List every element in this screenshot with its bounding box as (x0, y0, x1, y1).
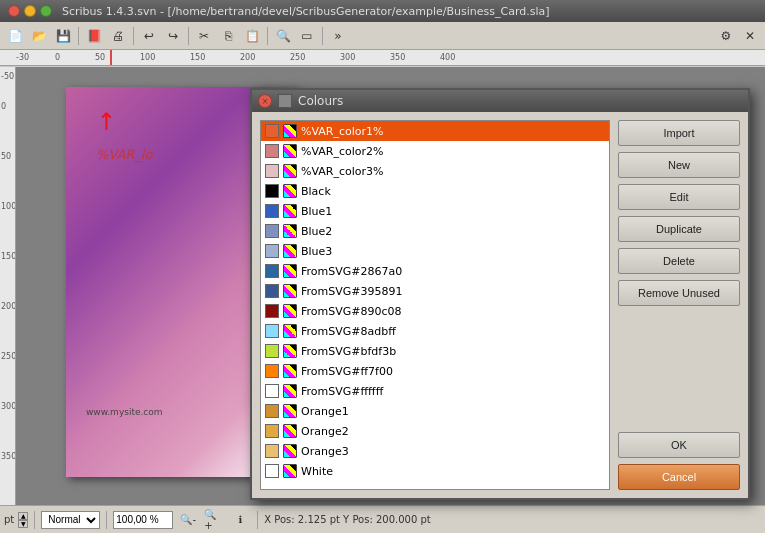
color-cmyk-icon (283, 464, 297, 478)
color-swatch (265, 164, 279, 178)
color-name-label: %VAR_color2% (301, 145, 383, 158)
color-name-label: FromSVG#8adbff (301, 325, 396, 338)
color-swatch (265, 284, 279, 298)
dialog-title-bar: × Colours (252, 90, 748, 112)
dialog-close-button[interactable]: × (258, 94, 272, 108)
color-swatch (265, 364, 279, 378)
color-swatch (265, 204, 279, 218)
dialog-title-text: Colours (298, 94, 343, 108)
dialog-buttons: Import New Edit Duplicate Delete Remove … (610, 120, 740, 490)
color-name-label: Black (301, 185, 331, 198)
color-cmyk-icon (283, 224, 297, 238)
color-cmyk-icon (283, 344, 297, 358)
color-swatch (265, 124, 279, 138)
color-list-item[interactable]: %VAR_color3% (261, 161, 609, 181)
color-name-label: Orange3 (301, 445, 349, 458)
color-name-label: FromSVG#bfdf3b (301, 345, 396, 358)
dialog-overlay: × Colours %VAR_color1%%VAR_color2%%VAR_c… (0, 0, 765, 533)
color-list-item[interactable]: Blue1 (261, 201, 609, 221)
color-name-label: FromSVG#395891 (301, 285, 403, 298)
color-list-item[interactable]: Black (261, 181, 609, 201)
color-cmyk-icon (283, 124, 297, 138)
color-name-label: %VAR_color1% (301, 125, 383, 138)
color-list-item[interactable]: Blue3 (261, 241, 609, 261)
color-list-item[interactable]: Blue2 (261, 221, 609, 241)
ok-button[interactable]: OK (618, 432, 740, 458)
color-swatch (265, 224, 279, 238)
color-name-label: Orange1 (301, 405, 349, 418)
edit-button[interactable]: Edit (618, 184, 740, 210)
button-spacer (618, 312, 740, 426)
color-swatch (265, 404, 279, 418)
color-list-item[interactable]: %VAR_color2% (261, 141, 609, 161)
color-name-label: Blue3 (301, 245, 332, 258)
color-list-item[interactable]: FromSVG#890c08 (261, 301, 609, 321)
color-name-label: FromSVG#2867a0 (301, 265, 402, 278)
color-list-item[interactable]: FromSVG#2867a0 (261, 261, 609, 281)
color-list-item[interactable]: FromSVG#395891 (261, 281, 609, 301)
color-list-item[interactable]: Orange1 (261, 401, 609, 421)
duplicate-button[interactable]: Duplicate (618, 216, 740, 242)
color-cmyk-icon (283, 444, 297, 458)
color-list-item[interactable]: FromSVG#ffffff (261, 381, 609, 401)
delete-button[interactable]: Delete (618, 248, 740, 274)
color-cmyk-icon (283, 384, 297, 398)
color-name-label: FromSVG#ff7f00 (301, 365, 393, 378)
cancel-button[interactable]: Cancel (618, 464, 740, 490)
color-swatch (265, 384, 279, 398)
color-cmyk-icon (283, 424, 297, 438)
color-cmyk-icon (283, 264, 297, 278)
color-cmyk-icon (283, 304, 297, 318)
color-cmyk-icon (283, 244, 297, 258)
color-swatch (265, 304, 279, 318)
color-swatch (265, 244, 279, 258)
color-list-item[interactable]: FromSVG#ff7f00 (261, 361, 609, 381)
color-list-item[interactable]: White (261, 461, 609, 481)
color-name-label: Blue1 (301, 205, 332, 218)
color-list-item[interactable]: Orange3 (261, 441, 609, 461)
color-name-label: FromSVG#ffffff (301, 385, 383, 398)
color-list: %VAR_color1%%VAR_color2%%VAR_color3%Blac… (261, 121, 609, 481)
color-swatch (265, 184, 279, 198)
color-cmyk-icon (283, 144, 297, 158)
color-list-item[interactable]: Orange2 (261, 421, 609, 441)
color-list-item[interactable]: %VAR_color1% (261, 121, 609, 141)
color-list-item[interactable]: FromSVG#8adbff (261, 321, 609, 341)
color-list-item[interactable]: FromSVG#bfdf3b (261, 341, 609, 361)
color-name-label: FromSVG#890c08 (301, 305, 402, 318)
color-swatch (265, 464, 279, 478)
color-cmyk-icon (283, 404, 297, 418)
color-swatch (265, 424, 279, 438)
remove-unused-button[interactable]: Remove Unused (618, 280, 740, 306)
color-swatch (265, 264, 279, 278)
color-cmyk-icon (283, 184, 297, 198)
import-button[interactable]: Import (618, 120, 740, 146)
color-name-label: Blue2 (301, 225, 332, 238)
dialog-title-icon (278, 94, 292, 108)
color-name-label: %VAR_color3% (301, 165, 383, 178)
color-cmyk-icon (283, 284, 297, 298)
color-cmyk-icon (283, 324, 297, 338)
dialog-body: %VAR_color1%%VAR_color2%%VAR_color3%Blac… (252, 112, 748, 498)
color-list-container[interactable]: %VAR_color1%%VAR_color2%%VAR_color3%Blac… (260, 120, 610, 490)
color-swatch (265, 444, 279, 458)
color-swatch (265, 344, 279, 358)
colours-dialog: × Colours %VAR_color1%%VAR_color2%%VAR_c… (250, 88, 750, 500)
color-swatch (265, 324, 279, 338)
color-cmyk-icon (283, 204, 297, 218)
color-cmyk-icon (283, 364, 297, 378)
color-name-label: Orange2 (301, 425, 349, 438)
color-swatch (265, 144, 279, 158)
color-cmyk-icon (283, 164, 297, 178)
color-name-label: White (301, 465, 333, 478)
new-button[interactable]: New (618, 152, 740, 178)
